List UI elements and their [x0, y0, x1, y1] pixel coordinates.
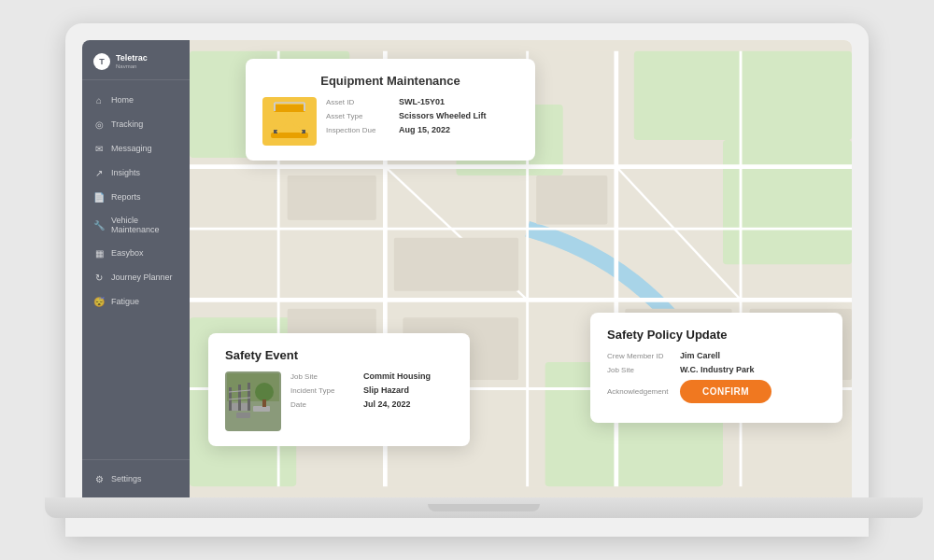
asset-type-row: Asset Type Scissors Wheeled Lift	[326, 111, 518, 120]
svg-rect-39	[236, 413, 250, 418]
job-site-row: Job Site Commit Housing	[290, 371, 453, 381]
job-site-value: Commit Housing	[363, 371, 431, 381]
sidebar-item-tracking[interactable]: ◎ Tracking	[82, 112, 190, 136]
crew-member-row: Crew Member ID Jim Carell	[607, 351, 826, 360]
svg-rect-19	[394, 238, 518, 291]
journey-planner-icon: ↻	[93, 272, 105, 283]
home-icon: ⌂	[93, 94, 105, 105]
vehicle-maintenance-icon: 🔧	[93, 219, 105, 231]
asset-id-row: Asset ID SWL-15Y01	[326, 97, 518, 106]
sidebar-item-home[interactable]: ⌂ Home	[82, 88, 190, 112]
crew-member-value: Jim Carell	[680, 351, 720, 360]
sidebar-item-label-insights: Insights	[111, 168, 140, 177]
job-site-label: Job Site	[290, 372, 358, 381]
easybox-icon: ▦	[93, 247, 105, 259]
sidebar-footer-item-settings[interactable]: ⚙ Settings	[93, 469, 178, 488]
sidebar-item-insights[interactable]: ↗ Insights	[82, 161, 190, 185]
asset-type-value: Scissors Wheeled Lift	[399, 111, 487, 120]
date-row: Date Jul 24, 2022	[290, 399, 453, 409]
sidebar-item-label-home: Home	[111, 95, 134, 105]
sidebar-item-vehicle-maintenance[interactable]: 🔧 Vehicle Maintenance	[82, 209, 190, 241]
sidebar-item-journey-planner[interactable]: ↻ Journey Planner	[82, 265, 190, 289]
date-label: Date	[290, 400, 358, 409]
laptop-base	[45, 497, 923, 518]
safety-policy-card: Safety Policy Update Crew Member ID Jim …	[590, 313, 842, 423]
svg-rect-46	[262, 399, 266, 407]
svg-rect-4	[723, 140, 852, 264]
asset-type-label: Asset Type	[326, 112, 393, 120]
svg-point-45	[255, 383, 274, 401]
svg-rect-41	[238, 385, 241, 411]
insights-icon: ↗	[93, 167, 105, 178]
crew-member-label: Crew Member ID	[607, 352, 674, 360]
policy-job-site-label: Job Site	[607, 366, 674, 374]
sidebar-item-label-reports: Reports	[111, 192, 141, 202]
confirm-button[interactable]: CONFIRM	[680, 380, 771, 403]
safety-event-title: Safety Event	[225, 348, 453, 362]
settings-icon: ⚙	[93, 473, 105, 484]
logo-icon: T	[93, 53, 110, 70]
logo-subtext: Navman	[116, 63, 148, 69]
incident-type-value: Slip Hazard	[363, 385, 409, 395]
asset-id-label: Asset ID	[326, 98, 393, 106]
acknowledgement-label: Acknowledgement	[607, 387, 674, 396]
sidebar-item-easybox[interactable]: ▦ Easybox	[82, 241, 190, 265]
svg-rect-31	[274, 105, 305, 112]
svg-rect-33	[304, 103, 305, 111]
safety-event-image	[225, 371, 281, 431]
sidebar-item-messaging[interactable]: ✉ Messaging	[82, 136, 190, 161]
fatigue-icon: 😴	[93, 296, 105, 307]
laptop-notch	[428, 504, 540, 511]
sidebar-logo: T Teletrac Navman	[82, 40, 190, 80]
tracking-icon: ◎	[93, 119, 105, 130]
equipment-image	[262, 97, 317, 146]
svg-rect-32	[274, 103, 276, 111]
sidebar-item-label-journey-planner: Journey Planner	[111, 273, 173, 282]
sidebar-item-label-easybox: Easybox	[111, 248, 144, 258]
policy-job-site-row: Job Site W.C. Industry Park	[607, 365, 826, 374]
sidebar-item-label-tracking: Tracking	[111, 119, 143, 129]
safety-event-card: Safety Event	[208, 333, 470, 446]
logo-text: Teletrac	[116, 54, 148, 63]
asset-id-value: SWL-15Y01	[399, 97, 445, 106]
date-value: Jul 24, 2022	[363, 399, 411, 409]
policy-job-site-value: W.C. Industry Park	[680, 365, 755, 374]
sidebar-item-label-fatigue: Fatigue	[111, 297, 139, 306]
laptop-screen: T Teletrac Navman ⌂ Home ◎ Tracking ✉ Me…	[82, 40, 852, 497]
svg-rect-42	[248, 383, 250, 411]
sidebar-item-label-messaging: Messaging	[111, 144, 152, 153]
sidebar-nav: ⌂ Home ◎ Tracking ✉ Messaging ↗ Insights…	[82, 80, 190, 459]
sidebar-footer: ⚙ Settings	[82, 459, 190, 497]
laptop-shell: T Teletrac Navman ⌂ Home ◎ Tracking ✉ Me…	[65, 23, 869, 537]
incident-type-row: Incident Type Slip Hazard	[290, 385, 453, 395]
svg-rect-3	[634, 51, 852, 140]
inspection-due-row: Inspection Due Aug 15, 2022	[326, 125, 518, 134]
sidebar-item-reports[interactable]: 📄 Reports	[82, 185, 190, 209]
reports-icon: 📄	[93, 191, 105, 203]
sidebar-item-fatigue[interactable]: 😴 Fatigue	[82, 289, 190, 314]
inspection-due-label: Inspection Due	[326, 126, 393, 134]
equipment-details: Asset ID SWL-15Y01 Asset Type Scissors W…	[326, 97, 518, 139]
sidebar-footer-label-settings: Settings	[111, 474, 142, 483]
equipment-card-body: Asset ID SWL-15Y01 Asset Type Scissors W…	[262, 97, 518, 146]
svg-rect-38	[253, 406, 270, 412]
inspection-due-value: Aug 15, 2022	[399, 125, 450, 134]
incident-type-label: Incident Type	[290, 386, 358, 395]
equipment-maintenance-card: Equipment Maintenance	[246, 59, 535, 161]
svg-rect-18	[288, 175, 376, 220]
acknowledgement-row: Acknowledgement CONFIRM	[607, 380, 826, 403]
safety-policy-title: Safety Policy Update	[607, 328, 826, 342]
sidebar-item-label-vehicle-maintenance: Vehicle Maintenance	[111, 216, 178, 234]
main-content: Equipment Maintenance	[190, 40, 852, 497]
svg-rect-20	[536, 175, 607, 224]
equipment-maintenance-title: Equipment Maintenance	[262, 74, 518, 88]
safety-event-details: Job Site Commit Housing Incident Type Sl…	[290, 371, 453, 413]
sidebar: T Teletrac Navman ⌂ Home ◎ Tracking ✉ Me…	[82, 40, 190, 497]
messaging-icon: ✉	[93, 143, 105, 154]
safety-event-body: Job Site Commit Housing Incident Type Sl…	[225, 371, 453, 431]
